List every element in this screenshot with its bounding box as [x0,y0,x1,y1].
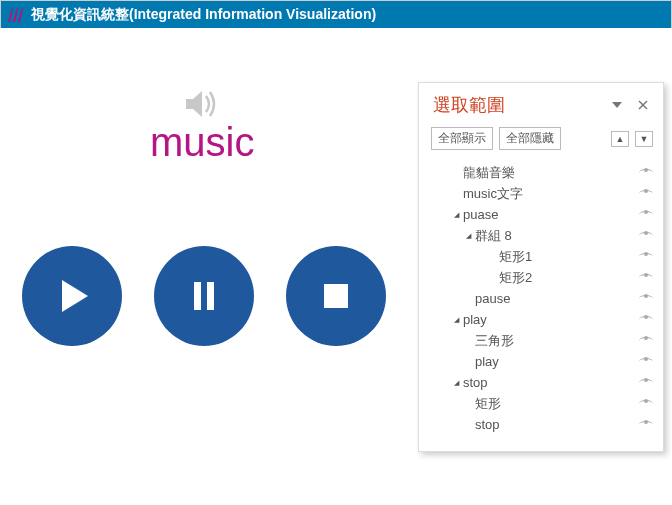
tree-item[interactable]: 三角形 [427,330,655,351]
visibility-eye-icon[interactable] [637,274,655,281]
visibility-eye-icon[interactable] [637,232,655,239]
tree-item-label: stop [473,417,637,432]
speaker-icon[interactable] [180,84,220,124]
visibility-eye-icon[interactable] [637,400,655,407]
tree-item-label: play [461,312,637,327]
pane-close-button[interactable] [635,97,651,113]
app-logo [7,6,25,24]
tree-item-label: 三角形 [473,332,637,350]
selection-pane-header: 選取範圍 [419,83,663,123]
tree-item[interactable]: ◢puase [427,204,655,225]
move-up-button[interactable]: ▲ [611,131,629,147]
show-all-button[interactable]: 全部顯示 [431,127,493,150]
visibility-eye-icon[interactable] [637,169,655,176]
visibility-eye-icon[interactable] [637,316,655,323]
music-text[interactable]: music [150,120,254,165]
tree-item[interactable]: ◢群組 8 [427,225,655,246]
tree-item[interactable]: pause [427,288,655,309]
visibility-eye-icon[interactable] [637,358,655,365]
tree-item[interactable]: ◢play [427,309,655,330]
visibility-eye-icon[interactable] [637,211,655,218]
play-button[interactable] [22,246,122,346]
pause-button[interactable] [154,246,254,346]
visibility-eye-icon[interactable] [637,337,655,344]
hide-all-button[interactable]: 全部隱藏 [499,127,561,150]
tree-item[interactable]: 龍貓音樂 [427,162,655,183]
tree-item[interactable]: music文字 [427,183,655,204]
tree-item[interactable]: stop [427,414,655,435]
tree-item-label: play [473,354,637,369]
visibility-eye-icon[interactable] [637,379,655,386]
svg-rect-1 [194,282,201,310]
tree-toggle-icon[interactable]: ◢ [451,316,461,324]
visibility-eye-icon[interactable] [637,253,655,260]
media-controls [22,246,386,346]
tree-item-label: 矩形 [473,395,637,413]
tree-item[interactable]: play [427,351,655,372]
tree-item-label: 群組 8 [473,227,637,245]
slide-stage: music 選取範圍 全部顯示 全部隱藏 ▲ ▼ 龍貓音樂mu [0,28,672,505]
tree-item[interactable]: 矩形1 [427,246,655,267]
window-title: 視覺化資訊統整(Integrated Information Visualiza… [31,6,376,24]
selection-pane-toolbar: 全部顯示 全部隱藏 ▲ ▼ [419,123,663,160]
tree-item[interactable]: ◢stop [427,372,655,393]
visibility-eye-icon[interactable] [637,421,655,428]
tree-toggle-icon[interactable]: ◢ [451,211,461,219]
selection-pane: 選取範圍 全部顯示 全部隱藏 ▲ ▼ 龍貓音樂music文字◢puase◢群組 … [418,82,664,452]
tree-item-label: music文字 [461,185,637,203]
tree-item-label: pause [473,291,637,306]
tree-item-label: 矩形2 [497,269,637,287]
visibility-eye-icon[interactable] [637,295,655,302]
pane-menu-button[interactable] [609,97,625,113]
tree-item-label: 龍貓音樂 [461,164,637,182]
stop-button[interactable] [286,246,386,346]
selection-pane-title: 選取範圍 [433,93,599,117]
svg-rect-2 [207,282,214,310]
tree-item[interactable]: 矩形2 [427,267,655,288]
window-titlebar: 視覺化資訊統整(Integrated Information Visualiza… [1,1,671,29]
tree-toggle-icon[interactable]: ◢ [451,379,461,387]
svg-rect-3 [324,284,348,308]
tree-item-label: puase [461,207,637,222]
move-down-button[interactable]: ▼ [635,131,653,147]
tree-toggle-icon[interactable]: ◢ [463,232,473,240]
tree-item-label: 矩形1 [497,248,637,266]
tree-item-label: stop [461,375,637,390]
selection-tree: 龍貓音樂music文字◢puase◢群組 8矩形1矩形2pause◢play三角… [419,160,663,443]
tree-item[interactable]: 矩形 [427,393,655,414]
svg-marker-0 [62,280,88,312]
visibility-eye-icon[interactable] [637,190,655,197]
svg-marker-4 [612,102,622,108]
